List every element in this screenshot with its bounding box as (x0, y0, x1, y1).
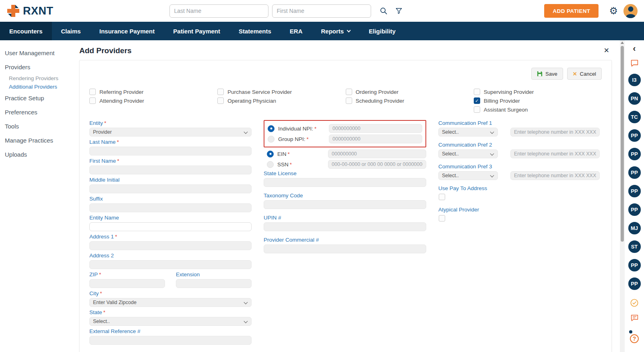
contact-badge[interactable]: PN (628, 92, 641, 105)
checkbox-assistant-surgeon[interactable]: Assistant Surgeon (474, 106, 602, 113)
contact-badge[interactable]: I3 (628, 74, 641, 86)
checkbox-icon[interactable] (474, 89, 480, 95)
checkbox-attending-provider[interactable]: Attending Provider (89, 97, 217, 104)
contact-badge[interactable]: PP (628, 148, 641, 160)
state-license-input[interactable] (264, 178, 426, 187)
last-name-search-input[interactable] (169, 4, 268, 18)
feedback-chat-icon[interactable] (630, 314, 639, 324)
communication-pref-1-select[interactable]: Select.. (438, 128, 498, 137)
communication-pref-3-select[interactable]: Select.. (438, 171, 498, 180)
checkbox-icon[interactable] (89, 89, 96, 95)
chat-icon[interactable] (630, 59, 639, 69)
cancel-button[interactable]: ✕ Cancel (567, 68, 602, 80)
ssn-input[interactable] (328, 160, 426, 169)
add-patient-button[interactable]: ADD PATIENT (544, 4, 599, 18)
checkbox-supervising-provider[interactable]: Supervising Provider (474, 89, 602, 95)
sidebar-item-preferences[interactable]: Preferences (0, 105, 76, 119)
communication-pref-3-phone-input[interactable] (510, 171, 600, 180)
filter-icon[interactable] (391, 4, 407, 18)
contact-badge[interactable]: ST (628, 240, 641, 253)
individual-npi-input[interactable] (329, 124, 422, 133)
external-reference-input[interactable] (89, 336, 252, 345)
city-select[interactable]: Enter Valid Zipcode (89, 298, 252, 307)
checkbox-billing-provider[interactable]: ✓ Billing Provider (474, 97, 602, 104)
checkbox-icon[interactable] (346, 97, 352, 104)
checkbox-icon[interactable] (217, 89, 224, 95)
nav-item-claims[interactable]: Claims (52, 22, 90, 40)
zip-input[interactable] (89, 279, 165, 288)
sidebar-item-providers[interactable]: Providers (0, 60, 76, 74)
scrollbar-thumb[interactable] (621, 46, 624, 242)
last-name-input[interactable] (89, 147, 252, 155)
collapse-panel-icon[interactable]: ‹ (633, 44, 636, 53)
checkbox-operating-physician[interactable]: Operating Physician (217, 97, 345, 104)
middle-initial-input[interactable] (89, 184, 252, 193)
vertical-scrollbar[interactable] (620, 40, 625, 352)
checkbox-icon[interactable] (346, 89, 352, 95)
nav-item-reports[interactable]: Reports (312, 22, 360, 40)
checkbox-scheduling-provider[interactable]: Scheduling Provider (346, 97, 474, 104)
nav-item-era[interactable]: ERA (281, 22, 312, 40)
radio-ein[interactable] (267, 151, 274, 157)
taxonomy-code-input[interactable] (264, 200, 426, 209)
address-1-input[interactable] (89, 241, 252, 250)
scrollbar-up-arrow[interactable] (621, 41, 624, 44)
ein-input[interactable] (328, 149, 426, 158)
contact-badge[interactable]: PP (628, 203, 641, 216)
save-button[interactable]: Save (531, 68, 563, 80)
checkbox-referring-provider[interactable]: Referring Provider (89, 89, 217, 95)
first-name-search-input[interactable] (272, 4, 371, 18)
help-icon[interactable]: ? (630, 334, 639, 343)
gear-icon[interactable]: ⚙ (609, 6, 618, 16)
contact-badge[interactable]: PP (628, 277, 641, 290)
sidebar-item-uploads[interactable]: Uploads (0, 147, 76, 162)
nav-item-encounters[interactable]: Encounters (0, 22, 52, 40)
communication-pref-2-phone-input[interactable] (510, 149, 600, 158)
extension-input[interactable] (176, 279, 252, 288)
sidebar-item-rendering-providers[interactable]: Rendering Providers (0, 74, 76, 83)
contact-badge[interactable]: PP (628, 166, 641, 179)
use-pay-to-address-checkbox[interactable] (439, 194, 445, 200)
sidebar-item-tools[interactable]: Tools (0, 119, 76, 133)
entity-name-input[interactable] (89, 222, 252, 231)
upin-input[interactable] (264, 222, 426, 231)
checkbox-ordering-provider[interactable]: Ordering Provider (346, 89, 474, 95)
nav-item-eligibility[interactable]: Eligibility (359, 22, 405, 40)
contact-badge[interactable]: PP (628, 259, 641, 271)
check-circle-icon[interactable] (630, 298, 639, 309)
nav-item-patient-payment[interactable]: Patient Payment (164, 22, 229, 40)
communication-pref-1-phone-input[interactable] (510, 128, 600, 137)
sidebar-item-practice-setup[interactable]: Practice Setup (0, 91, 76, 105)
contact-badge[interactable]: PP (628, 185, 641, 197)
radio-ssn[interactable] (267, 161, 274, 168)
search-icon[interactable] (376, 4, 391, 18)
address-2-input[interactable] (89, 260, 252, 269)
sidebar-item-manage-practices[interactable]: Manage Practices (0, 133, 76, 147)
communication-pref-2-select[interactable]: Select.. (438, 149, 498, 158)
atypical-provider-checkbox[interactable] (439, 215, 445, 222)
brand-name: RXNT (23, 5, 54, 17)
state-select[interactable]: Select.. (89, 317, 252, 326)
entity-select[interactable]: Provider (89, 128, 252, 137)
first-name-input[interactable] (89, 166, 252, 174)
rxnt-logo[interactable]: RXNT (6, 4, 54, 18)
radio-group-npi[interactable] (268, 136, 275, 143)
radio-individual-npi[interactable] (268, 125, 275, 132)
checkbox-checked-icon[interactable]: ✓ (474, 97, 480, 104)
contact-badge[interactable]: PP (628, 129, 641, 142)
contact-badge[interactable]: TC (628, 111, 641, 123)
group-npi-input[interactable] (329, 135, 422, 143)
checkbox-icon[interactable] (217, 97, 224, 104)
provider-commercial-input[interactable] (264, 244, 426, 253)
suffix-input[interactable] (89, 203, 252, 212)
checkbox-purchase-service-provider[interactable]: Purchase Service Provider (217, 89, 345, 95)
close-icon[interactable]: ✕ (601, 46, 612, 56)
contact-badge[interactable]: MJ (628, 222, 641, 234)
checkbox-icon[interactable] (474, 106, 480, 113)
sidebar-item-user-management[interactable]: User Management (0, 46, 76, 60)
user-avatar[interactable] (623, 4, 638, 18)
nav-item-statements[interactable]: Statements (229, 22, 281, 40)
sidebar-item-additional-providers[interactable]: Additional Providers (0, 83, 76, 91)
nav-item-insurance-payment[interactable]: Insurance Payment (90, 22, 164, 40)
checkbox-icon[interactable] (89, 97, 96, 104)
